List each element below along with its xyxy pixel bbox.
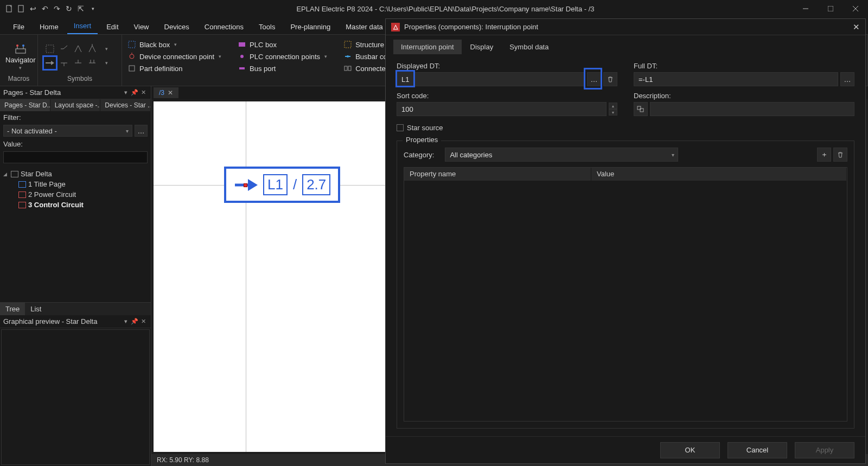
symbol-cell[interactable]: ▾ [100,56,113,69]
add-property-button[interactable]: ＋ [817,148,831,162]
star-source-checkbox-row[interactable]: Star source [397,124,854,132]
tab-display[interactable]: Display [463,40,501,54]
svg-point-29 [130,54,134,59]
device-connection-button[interactable]: Device connection point▾ [127,52,221,61]
panel-close-icon[interactable]: ✕ [139,318,148,325]
ok-button[interactable]: OK [660,442,720,458]
symbol-cell[interactable] [72,56,85,69]
symbol-cell[interactable] [58,42,71,55]
qa-new-icon[interactable] [4,4,14,14]
filter-select[interactable]: - Not activated - [3,125,132,137]
spinner-up[interactable]: ▲ [609,103,617,109]
bottom-tab-list[interactable]: List [25,303,47,315]
full-dt-input[interactable] [634,72,838,86]
panel-close-icon[interactable]: ✕ [139,89,148,96]
spinner-down[interactable]: ▼ [609,109,617,116]
menu-connections[interactable]: Connections [198,20,250,34]
maximize-button[interactable] [818,0,843,17]
symbol-cell[interactable] [86,56,99,69]
qa-back-icon[interactable]: ↩ [28,4,38,14]
property-table[interactable]: Property name Value [404,167,847,422]
panel-tab-layout[interactable]: Layout space -... [50,99,101,111]
displayed-dt-delete-button[interactable] [603,72,617,86]
svg-point-37 [347,55,349,58]
plc-box-button[interactable]: PLC box [238,40,327,49]
qa-undo-icon[interactable]: ↶ [40,4,50,14]
tree-page[interactable]: 2 Power Circuit [3,189,148,200]
menu-edit[interactable]: Edit [100,20,125,34]
panel-pin-icon[interactable]: 📌 [130,89,139,96]
preview-body [1,329,150,465]
menu-devices[interactable]: Devices [158,20,196,34]
qa-new2-icon[interactable] [16,4,26,14]
tree-root[interactable]: ◢ Star Delta [3,169,148,179]
panel-dropdown-icon[interactable]: ▾ [122,89,130,96]
svg-rect-1 [18,5,23,12]
full-dt-label: Full DT: [634,62,854,70]
qa-dropdown-icon[interactable]: ▾ [88,4,98,14]
displayed-dt-browse-button[interactable]: … [587,72,601,86]
qa-refresh-icon[interactable]: ↻ [64,4,74,14]
menu-file[interactable]: File [7,20,31,34]
menu-insert[interactable]: Insert [67,18,98,34]
panel-tab-pages[interactable]: Pages - Star D... [0,99,50,111]
description-input[interactable] [650,102,854,116]
plc-box-icon [238,40,246,49]
panel-pin-icon[interactable]: 📌 [130,318,139,325]
close-button[interactable] [843,0,868,17]
apply-button[interactable]: Apply [795,442,854,458]
menu-masterdata[interactable]: Master data [339,20,390,34]
interruption-point-symbol[interactable]: L1 / 2.7 [224,167,340,203]
displayed-dt-input[interactable] [397,72,585,86]
coordinates: RX: 5.90 RY: 8.88 [157,456,209,464]
panel-tab-devices[interactable]: Devices - Star ... [100,99,151,111]
qa-export-icon[interactable]: ⇱ [76,4,86,14]
document-tab[interactable]: /3 ✕ [154,87,178,98]
symbol-cell[interactable] [86,42,99,55]
tab-interruption-point[interactable]: Interruption point [393,40,462,54]
structure-box-icon [343,40,352,49]
symbol-cell[interactable] [43,42,56,55]
menu-view[interactable]: View [127,20,156,34]
minimize-button[interactable] [793,0,818,17]
navigator-button[interactable]: Navigator ▾ [5,42,36,71]
sort-code-input[interactable] [397,102,607,116]
tab-close-icon[interactable]: ✕ [168,89,173,97]
star-source-checkbox[interactable] [397,124,404,131]
device-conn-icon [127,52,136,61]
dialog-close-icon[interactable]: ✕ [853,22,860,32]
symbol-interruption-point[interactable] [43,56,56,69]
cancel-button[interactable]: Cancel [727,442,787,458]
dialog-titlebar[interactable]: △ Properties (components): Interruption … [386,19,865,35]
part-definition-button[interactable]: Part definition [127,64,221,73]
description-translate-button[interactable] [634,102,648,116]
tree-page-active[interactable]: 3 Control Circuit [3,200,148,210]
qa-redo-icon[interactable]: ↷ [52,4,62,14]
delete-property-button[interactable] [833,148,847,162]
value-label: Value: [0,138,151,150]
menu-preplanning[interactable]: Pre-planning [284,20,337,34]
tree-page[interactable]: 1 Title Page [3,179,148,189]
black-box-button[interactable]: Black box▾ [127,40,221,49]
bus-port-button[interactable]: Bus port [238,64,327,73]
selection-handle[interactable] [244,183,247,187]
category-select[interactable]: All categories [445,148,678,162]
filter-more-button[interactable]: … [135,125,148,137]
symbol-cell[interactable] [72,42,85,55]
value-input[interactable] [3,151,148,163]
symbol-cell[interactable] [58,56,71,69]
col-value[interactable]: Value [591,168,847,181]
col-property-name[interactable]: Property name [404,168,591,181]
part-def-icon [127,64,136,73]
symbol-cell[interactable]: ▾ [100,42,113,55]
black-box-icon [127,40,136,49]
svg-line-14 [75,46,78,52]
sort-code-label: Sort code: [397,92,617,100]
tab-symbol-data[interactable]: Symbol data [502,40,556,54]
plc-conn-button[interactable]: PLC connection points▾ [238,52,327,61]
menu-tools[interactable]: Tools [252,20,282,34]
bottom-tab-tree[interactable]: Tree [0,303,25,315]
panel-dropdown-icon[interactable]: ▾ [122,318,130,325]
full-dt-browse-button[interactable]: … [840,72,854,86]
menu-home[interactable]: Home [33,20,65,34]
